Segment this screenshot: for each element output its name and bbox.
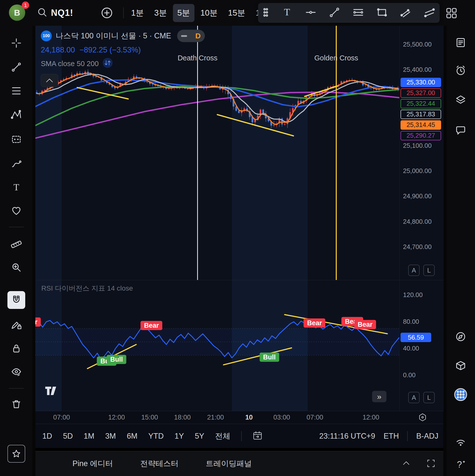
- text-icon[interactable]: T: [7, 179, 25, 197]
- bear-signal-label[interactable]: r: [35, 318, 41, 327]
- rsi-chart-canvas[interactable]: [35, 280, 399, 411]
- range-1m[interactable]: 1M: [84, 432, 94, 441]
- range-5d[interactable]: 5D: [63, 432, 73, 441]
- log-scale-button[interactable]: L: [423, 265, 435, 276]
- eye-draw-icon[interactable]: [7, 363, 25, 381]
- timeframe-1m[interactable]: 1분: [127, 4, 148, 22]
- swap-arrows-icon[interactable]: [102, 57, 113, 70]
- bear-signal-label[interactable]: Bear: [141, 321, 162, 330]
- star-icon[interactable]: [7, 445, 25, 463]
- time-axis[interactable]: 07:0012:0015:0018:0021:001003:0007:0012:…: [35, 411, 443, 424]
- package-icon[interactable]: [453, 358, 468, 373]
- goto-date-icon[interactable]: [253, 431, 262, 442]
- chart-mode-toggle[interactable]: D: [177, 30, 205, 42]
- rsi-auto-scale-button[interactable]: A: [408, 392, 420, 403]
- right-panel-rail: ?: [447, 26, 475, 476]
- timeframe-15m[interactable]: 15분: [224, 4, 250, 22]
- chat-icon[interactable]: [453, 123, 468, 138]
- bull-signal-label[interactable]: Bull: [107, 355, 126, 364]
- heart-icon[interactable]: [7, 202, 25, 220]
- trend-line-tool-icon[interactable]: [329, 7, 340, 19]
- object-layers-icon[interactable]: [453, 93, 468, 107]
- rsi-pane[interactable]: rBullBullBearBullBearBearBear RSI 다이버전스 …: [35, 280, 399, 411]
- indicator-row[interactable]: SMA close 50 200: [41, 57, 205, 70]
- layout-grid-icon[interactable]: [445, 7, 458, 19]
- compass-icon[interactable]: [453, 329, 468, 344]
- adjustment-mode[interactable]: B-ADJ: [416, 432, 438, 441]
- chart-legend: 100 나스닥 100 이미니 선물 · 5 · CME D 24,188.00…: [41, 30, 205, 87]
- range-3m[interactable]: 3M: [105, 432, 116, 441]
- watchlist-icon[interactable]: [453, 35, 468, 50]
- magnet-icon[interactable]: [7, 291, 25, 309]
- time-tick: 03:00: [273, 414, 290, 421]
- rsi-indicator-label[interactable]: RSI 다이버전스 지표 14 close: [41, 284, 133, 293]
- fib-lines-icon[interactable]: [7, 82, 25, 100]
- panel-expand-icon[interactable]: [426, 458, 436, 469]
- clock[interactable]: 23:11:16 UTC+9: [319, 432, 375, 441]
- price-pane[interactable]: Death CrossGolden Cross 100 나스닥 100 이미니 …: [35, 26, 399, 280]
- bear-signal-label[interactable]: Bear: [354, 320, 376, 329]
- range-all[interactable]: 전체: [215, 431, 230, 441]
- text-tool-icon[interactable]: T: [281, 7, 293, 19]
- trend-line-icon[interactable]: [7, 58, 25, 76]
- drag-handle-icon[interactable]: [262, 7, 269, 19]
- tradingview-logo[interactable]: [45, 387, 59, 397]
- lock-icon[interactable]: [7, 340, 25, 357]
- session-settings-icon[interactable]: [418, 413, 428, 424]
- parallel-channel-tool-icon[interactable]: [400, 7, 411, 19]
- add-symbol-button[interactable]: [100, 6, 114, 20]
- collapse-legend-button[interactable]: [41, 74, 58, 87]
- xabcd-pattern-icon[interactable]: [7, 106, 25, 124]
- rsi-log-scale-button[interactable]: L: [423, 392, 435, 403]
- symbol-title[interactable]: 나스닥 100 이미니 선물 · 5 · CME: [56, 31, 171, 41]
- bottom-panel-tabs: Pine 에디터 전략테스터 트레이딩패널: [35, 451, 443, 476]
- tab-strategy-tester[interactable]: 전략테스터: [140, 458, 179, 469]
- apps-grid-icon[interactable]: [453, 387, 468, 402]
- price-tick: 24,700.00: [403, 243, 432, 251]
- fib-retracement-tool-icon[interactable]: [353, 7, 364, 19]
- range-5y[interactable]: 5Y: [195, 432, 204, 441]
- bear-signal-label[interactable]: Bear: [304, 319, 325, 328]
- range-6m[interactable]: 6M: [127, 432, 137, 441]
- zoom-in-icon[interactable]: [7, 258, 25, 276]
- timeframe-5m[interactable]: 5분: [173, 4, 194, 22]
- pencil-lock-icon[interactable]: [7, 316, 25, 333]
- range-ytd[interactable]: YTD: [148, 432, 164, 441]
- range-1d[interactable]: 1D: [42, 432, 52, 441]
- symbol-search[interactable]: NQ1!: [37, 0, 73, 26]
- tab-trading-panel[interactable]: 트레이딩패널: [206, 458, 252, 469]
- rsi-more-button[interactable]: »: [372, 391, 386, 402]
- help-sparkle-icon[interactable]: ?: [453, 457, 468, 472]
- timeframe-3m[interactable]: 3분: [150, 4, 171, 22]
- tab-pine-editor[interactable]: Pine 에디터: [72, 458, 113, 469]
- rsi-tick: 80.00: [403, 318, 419, 326]
- price-change: −892.25 (−3.53%): [79, 46, 141, 54]
- price-label: 25,290.27: [401, 131, 441, 140]
- price-label: 25,314.45: [401, 120, 441, 130]
- bull-signal-label[interactable]: Bull: [260, 353, 279, 362]
- notification-badge: 1: [22, 1, 29, 9]
- auto-scale-button[interactable]: A: [408, 265, 420, 276]
- projection-icon[interactable]: [7, 130, 25, 148]
- ruler-icon[interactable]: [7, 234, 25, 252]
- rectangle-tool-icon[interactable]: [376, 7, 388, 19]
- trading-app: B 1 NQ1! 1분 3분 5분 10분 15분 1시간: [0, 0, 475, 476]
- timeframe-10m[interactable]: 10분: [196, 4, 222, 22]
- alerts-clock-icon[interactable]: [453, 63, 468, 78]
- broadcast-icon[interactable]: [453, 435, 468, 450]
- rsi-axis[interactable]: A L 120.0080.0040.000.0056.59: [399, 280, 444, 411]
- panel-chevron-up-icon[interactable]: [401, 458, 411, 469]
- trash-icon[interactable]: [7, 395, 25, 413]
- session-type[interactable]: ETH: [383, 432, 399, 441]
- horizontal-line-tool-icon[interactable]: [305, 7, 316, 19]
- range-1y[interactable]: 1Y: [175, 432, 184, 441]
- price-tick: 25,400.00: [403, 66, 432, 74]
- rsi-tick: 40.00: [403, 345, 419, 352]
- price-tick: 25,000.00: [403, 167, 432, 175]
- multi-line-tool-icon[interactable]: [424, 7, 435, 19]
- price-axis[interactable]: A L 25,500.0025,400.0025,100.0025,000.00…: [399, 26, 444, 280]
- clock-session-group: 23:11:16 UTC+9 ETH B-ADJ: [319, 424, 438, 448]
- brush-icon[interactable]: [7, 155, 25, 173]
- crosshair-icon[interactable]: [7, 34, 25, 52]
- time-tick: 07:00: [307, 414, 323, 421]
